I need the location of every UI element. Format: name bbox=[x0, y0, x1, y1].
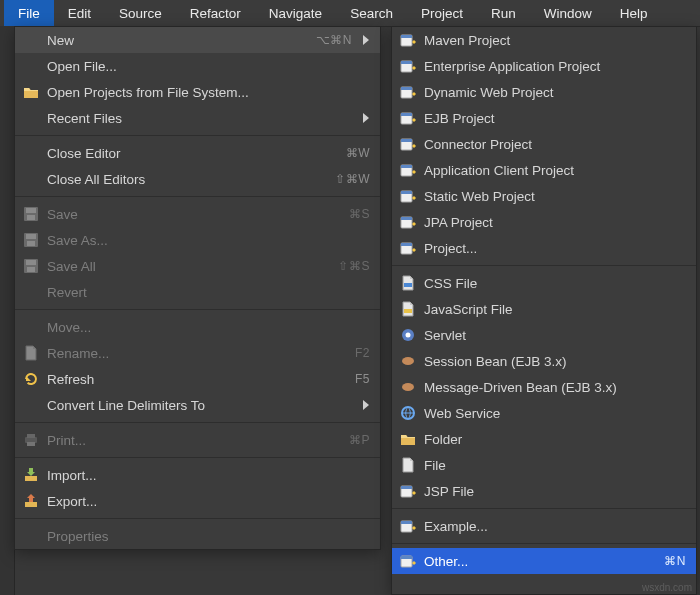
menu-item-servlet[interactable]: Servlet bbox=[392, 322, 696, 348]
menu-item-recent-files[interactable]: Recent Files bbox=[15, 105, 380, 131]
menu-item-label: Save bbox=[47, 207, 337, 222]
menu-item-session-bean-ejb-3-x[interactable]: Session Bean (EJB 3.x) bbox=[392, 348, 696, 374]
menu-item-open-projects-from-file-system[interactable]: Open Projects from File System... bbox=[15, 79, 380, 105]
menu-item-example[interactable]: Example... bbox=[392, 513, 696, 539]
menubar-label: Source bbox=[119, 6, 162, 21]
menubar-item-file[interactable]: File bbox=[4, 0, 54, 26]
menubar-item-navigate[interactable]: Navigate bbox=[255, 0, 336, 26]
menu-item-shortcut: ⇧⌘W bbox=[335, 172, 370, 186]
wiz-icon bbox=[400, 84, 416, 100]
menu-item-label: Session Bean (EJB 3.x) bbox=[424, 354, 686, 369]
watermark: wsxdn.com bbox=[642, 582, 692, 593]
menubar-item-edit[interactable]: Edit bbox=[54, 0, 105, 26]
menubar-item-source[interactable]: Source bbox=[105, 0, 176, 26]
menubar-item-search[interactable]: Search bbox=[336, 0, 407, 26]
menu-item-label: Rename... bbox=[47, 346, 343, 361]
menubar-item-project[interactable]: Project bbox=[407, 0, 477, 26]
menu-item-properties: Properties bbox=[15, 523, 380, 549]
menu-item-shortcut: F5 bbox=[355, 372, 370, 386]
css-icon bbox=[400, 275, 416, 291]
file-menu-panel: New⌥⌘NOpen File...Open Projects from Fil… bbox=[14, 26, 381, 550]
menu-item-label: Import... bbox=[47, 468, 370, 483]
menu-item-application-client-project[interactable]: Application Client Project bbox=[392, 157, 696, 183]
menu-item-export[interactable]: Export... bbox=[15, 488, 380, 514]
menu-item-css-file[interactable]: CSS File bbox=[392, 270, 696, 296]
menu-item-ejb-project[interactable]: EJB Project bbox=[392, 105, 696, 131]
wiz-icon bbox=[400, 240, 416, 256]
menu-item-rename: Rename...F2 bbox=[15, 340, 380, 366]
menu-item-label: JSP File bbox=[424, 484, 686, 499]
menu-item-label: Close Editor bbox=[47, 146, 334, 161]
menu-item-print: Print...⌘P bbox=[15, 427, 380, 453]
chevron-right-icon bbox=[362, 400, 370, 410]
refresh-icon bbox=[23, 371, 39, 387]
menu-item-dynamic-web-project[interactable]: Dynamic Web Project bbox=[392, 79, 696, 105]
ws-icon bbox=[400, 405, 416, 421]
servlet-icon bbox=[400, 327, 416, 343]
wiz-icon bbox=[400, 518, 416, 534]
menu-item-file[interactable]: File bbox=[392, 452, 696, 478]
menu-item-shortcut: ⌘P bbox=[349, 433, 370, 447]
menu-item-close-editor[interactable]: Close Editor⌘W bbox=[15, 140, 380, 166]
import-icon bbox=[23, 467, 39, 483]
menu-item-new[interactable]: New⌥⌘N bbox=[15, 27, 380, 53]
app-root: File Edit Source Refactor Navigate Searc… bbox=[0, 0, 700, 595]
menu-separator bbox=[392, 508, 696, 509]
menu-item-folder[interactable]: Folder bbox=[392, 426, 696, 452]
menu-item-label: CSS File bbox=[424, 276, 686, 291]
chevron-right-icon bbox=[362, 113, 370, 123]
menu-item-shortcut: F2 bbox=[355, 346, 370, 360]
menu-item-label: Example... bbox=[424, 519, 686, 534]
menu-item-label: Static Web Project bbox=[424, 189, 686, 204]
menubar-item-refactor[interactable]: Refactor bbox=[176, 0, 255, 26]
blank-icon bbox=[23, 536, 39, 537]
menu-item-message-driven-bean-ejb-3-x[interactable]: Message-Driven Bean (EJB 3.x) bbox=[392, 374, 696, 400]
menu-item-jsp-file[interactable]: JSP File bbox=[392, 478, 696, 504]
menubar-label: Help bbox=[620, 6, 648, 21]
menubar-label: Navigate bbox=[269, 6, 322, 21]
menu-item-shortcut: ⇧⌘S bbox=[338, 259, 370, 273]
editor-gutter bbox=[0, 26, 15, 595]
menu-separator bbox=[15, 457, 380, 458]
wiz-icon bbox=[400, 58, 416, 74]
blank-icon bbox=[23, 405, 39, 406]
menu-item-convert-line-delimiters-to[interactable]: Convert Line Delimiters To bbox=[15, 392, 380, 418]
menu-item-maven-project[interactable]: Maven Project bbox=[392, 27, 696, 53]
js-icon bbox=[400, 301, 416, 317]
menu-item-refresh[interactable]: RefreshF5 bbox=[15, 366, 380, 392]
blank-icon bbox=[23, 153, 39, 154]
menu-item-web-service[interactable]: Web Service bbox=[392, 400, 696, 426]
menu-item-connector-project[interactable]: Connector Project bbox=[392, 131, 696, 157]
menu-item-import[interactable]: Import... bbox=[15, 462, 380, 488]
menu-item-open-file[interactable]: Open File... bbox=[15, 53, 380, 79]
menu-item-label: Convert Line Delimiters To bbox=[47, 398, 352, 413]
menubar-label: Window bbox=[544, 6, 592, 21]
menubar-item-run[interactable]: Run bbox=[477, 0, 530, 26]
menu-item-project[interactable]: Project... bbox=[392, 235, 696, 261]
menu-item-label: Servlet bbox=[424, 328, 686, 343]
menu-item-label: Close All Editors bbox=[47, 172, 323, 187]
menubar: File Edit Source Refactor Navigate Searc… bbox=[0, 0, 700, 27]
menu-item-static-web-project[interactable]: Static Web Project bbox=[392, 183, 696, 209]
menu-item-other[interactable]: Other...⌘N bbox=[392, 548, 696, 574]
folder-icon bbox=[23, 84, 39, 100]
menu-separator bbox=[15, 196, 380, 197]
menu-item-label: Save As... bbox=[47, 233, 370, 248]
menu-separator bbox=[392, 543, 696, 544]
menu-item-label: Other... bbox=[424, 554, 652, 569]
menu-item-enterprise-application-project[interactable]: Enterprise Application Project bbox=[392, 53, 696, 79]
menu-item-label: Open Projects from File System... bbox=[47, 85, 370, 100]
menubar-item-window[interactable]: Window bbox=[530, 0, 606, 26]
menu-item-javascript-file[interactable]: JavaScript File bbox=[392, 296, 696, 322]
menu-item-label: Enterprise Application Project bbox=[424, 59, 686, 74]
menu-item-close-all-editors[interactable]: Close All Editors⇧⌘W bbox=[15, 166, 380, 192]
menu-item-save: Save⌘S bbox=[15, 201, 380, 227]
menu-item-label: Maven Project bbox=[424, 33, 686, 48]
menu-item-label: Export... bbox=[47, 494, 370, 509]
menu-item-revert: Revert bbox=[15, 279, 380, 305]
menu-item-jpa-project[interactable]: JPA Project bbox=[392, 209, 696, 235]
menubar-item-help[interactable]: Help bbox=[606, 0, 662, 26]
folder-icon bbox=[400, 431, 416, 447]
menu-item-save-as: Save As... bbox=[15, 227, 380, 253]
save-icon bbox=[23, 206, 39, 222]
